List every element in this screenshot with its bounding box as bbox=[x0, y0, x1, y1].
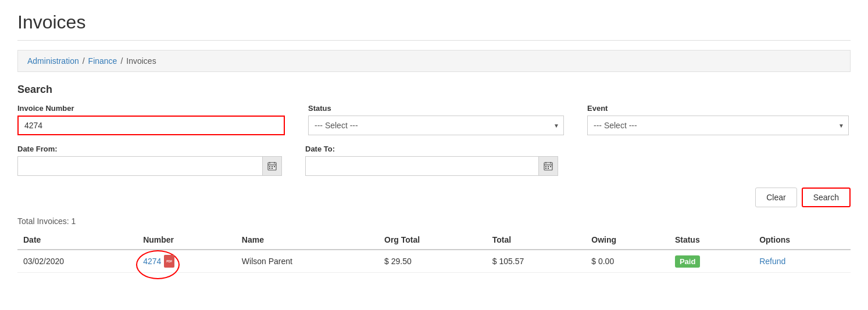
search-section: Search Invoice Number Status --- Select … bbox=[17, 84, 851, 176]
date-to-label: Date To: bbox=[305, 145, 558, 153]
pdf-icon[interactable] bbox=[164, 255, 174, 268]
cell-date: 03/02/2020 bbox=[17, 250, 137, 273]
svg-rect-6 bbox=[274, 166, 275, 167]
col-total: Total bbox=[487, 230, 585, 250]
breadcrumb-administration[interactable]: Administration bbox=[27, 56, 79, 66]
col-owing: Owing bbox=[585, 230, 669, 250]
status-select-wrapper: --- Select --- bbox=[308, 116, 564, 135]
svg-rect-8 bbox=[272, 168, 273, 169]
event-label: Event bbox=[587, 104, 849, 113]
button-row: Clear Search bbox=[17, 188, 851, 207]
breadcrumb-separator-2: / bbox=[120, 56, 123, 66]
svg-rect-13 bbox=[545, 166, 546, 167]
breadcrumb-finance[interactable]: Finance bbox=[88, 56, 117, 66]
svg-rect-16 bbox=[545, 168, 546, 169]
table-header-row: Date Number Name Org Total Total Owing S… bbox=[17, 230, 851, 250]
table-header: Date Number Name Org Total Total Owing S… bbox=[17, 230, 851, 250]
svg-rect-4 bbox=[269, 166, 270, 167]
svg-rect-5 bbox=[272, 166, 273, 167]
status-label: Status bbox=[308, 104, 564, 113]
invoice-number-group: Invoice Number bbox=[17, 104, 285, 135]
invoice-number-input[interactable] bbox=[17, 116, 285, 135]
invoice-number-label: Invoice Number bbox=[17, 104, 285, 113]
date-to-wrapper bbox=[305, 156, 558, 176]
date-from-calendar-button[interactable] bbox=[262, 157, 281, 175]
date-from-label: Date From: bbox=[17, 145, 282, 153]
clear-button[interactable]: Clear bbox=[755, 188, 796, 207]
form-row-2: Date From: bbox=[17, 145, 851, 176]
search-title: Search bbox=[17, 84, 851, 96]
event-group: Event --- Select --- bbox=[587, 104, 849, 135]
number-cell: 4274 bbox=[143, 255, 230, 268]
svg-rect-7 bbox=[269, 168, 270, 169]
date-from-wrapper bbox=[17, 156, 282, 176]
table-body: 03/02/2020 4274 Wilson Parent $ 29.50 $ … bbox=[17, 250, 851, 273]
breadcrumb: Administration / Finance / Invoices bbox=[17, 50, 851, 72]
cell-status: Paid bbox=[669, 250, 753, 273]
table-row: 03/02/2020 4274 Wilson Parent $ 29.50 $ … bbox=[17, 250, 851, 273]
breadcrumb-invoices: Invoices bbox=[126, 56, 156, 66]
col-options: Options bbox=[753, 230, 851, 250]
status-badge: Paid bbox=[675, 255, 700, 268]
search-button[interactable]: Search bbox=[802, 188, 851, 207]
cell-total: $ 105.57 bbox=[487, 250, 585, 273]
cell-name: Wilson Parent bbox=[236, 250, 378, 273]
svg-rect-14 bbox=[548, 166, 549, 167]
event-select[interactable]: --- Select --- bbox=[587, 116, 849, 135]
status-select[interactable]: --- Select --- bbox=[308, 116, 564, 135]
invoice-number-link[interactable]: 4274 bbox=[143, 257, 161, 266]
date-to-group: Date To: bbox=[305, 145, 558, 176]
col-org-total: Org Total bbox=[378, 230, 487, 250]
date-from-input[interactable] bbox=[18, 157, 262, 175]
calendar-to-icon bbox=[544, 161, 553, 171]
event-select-wrapper: --- Select --- bbox=[587, 116, 849, 135]
date-from-group: Date From: bbox=[17, 145, 282, 176]
status-group: Status --- Select --- bbox=[308, 104, 564, 135]
breadcrumb-separator-1: / bbox=[83, 56, 85, 66]
cell-org-total: $ 29.50 bbox=[378, 250, 487, 273]
col-status: Status bbox=[669, 230, 753, 250]
svg-rect-15 bbox=[550, 166, 551, 167]
col-name: Name bbox=[236, 230, 378, 250]
col-number: Number bbox=[137, 230, 236, 250]
form-row-1: Invoice Number Status --- Select --- Eve… bbox=[17, 104, 851, 135]
col-date: Date bbox=[17, 230, 137, 250]
results-table: Date Number Name Org Total Total Owing S… bbox=[17, 230, 851, 273]
page-title: Invoices bbox=[17, 12, 851, 33]
total-invoices: Total Invoices: 1 bbox=[17, 217, 851, 226]
cell-owing: $ 0.00 bbox=[585, 250, 669, 273]
cell-number: 4274 bbox=[137, 250, 236, 273]
refund-link[interactable]: Refund bbox=[759, 257, 785, 266]
calendar-from-icon bbox=[267, 161, 277, 171]
date-to-input[interactable] bbox=[306, 157, 538, 175]
date-to-calendar-button[interactable] bbox=[538, 157, 558, 175]
svg-rect-17 bbox=[548, 168, 549, 169]
cell-options: Refund bbox=[753, 250, 851, 273]
